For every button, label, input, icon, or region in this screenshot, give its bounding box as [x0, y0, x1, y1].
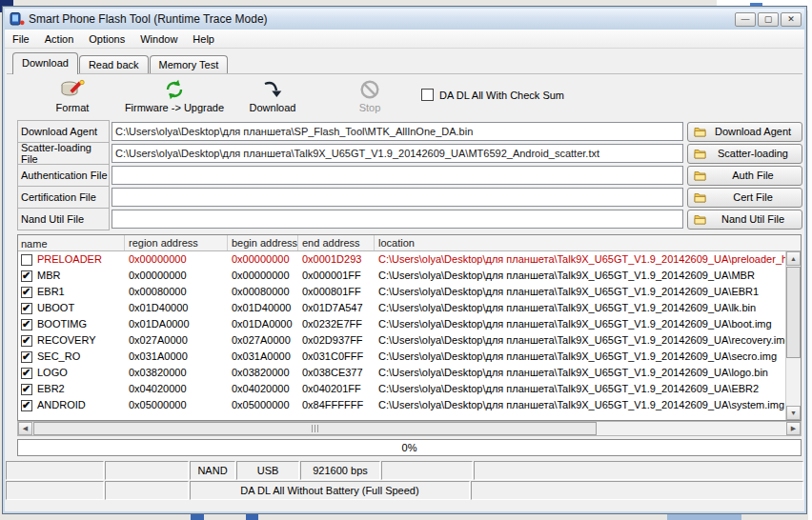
status-bar: NAND USB 921600 bps	[6, 461, 803, 480]
header-location[interactable]: location	[375, 235, 801, 250]
table-row[interactable]: RECOVERY 0x027A0000 0x027A0000 0x02D937F…	[18, 332, 785, 349]
progress-percent: 0%	[402, 442, 417, 453]
auth-file-browse-button[interactable]: Auth File	[687, 166, 802, 186]
tab-strip: Download Read back Memory Test	[12, 52, 229, 74]
header-end-address[interactable]: end address	[298, 235, 375, 250]
table-row[interactable]: EBR1 0x00080000 0x00080000 0x000801FF C:…	[18, 284, 785, 300]
header-region-address[interactable]: region address	[125, 235, 228, 250]
begin-address: 0x01DA0000	[228, 316, 298, 332]
bottom-cell-empty	[105, 481, 189, 500]
file-location: C:\Users\olya\Desktop\для планшета\Talk9…	[375, 365, 785, 381]
begin-address: 0x031A0000	[228, 349, 298, 365]
table-row[interactable]: LOGO 0x03820000 0x03820000 0x038CE377 C:…	[18, 365, 785, 381]
begin-address: 0x00000000	[228, 268, 298, 284]
table-row[interactable]: BOOTIMG 0x01DA0000 0x01DA0000 0x0232E7FF…	[18, 316, 785, 332]
stop-button[interactable]: Stop	[336, 78, 403, 113]
row-checkbox[interactable]	[21, 351, 32, 363]
menu-window[interactable]: Window	[132, 30, 185, 48]
firmware-upgrade-button[interactable]: Firmware -> Upgrade	[112, 78, 237, 113]
vertical-scrollbar-thumb[interactable]	[786, 267, 801, 358]
auth-file-label: Authentication File	[17, 164, 110, 187]
download-button[interactable]: Download	[233, 78, 312, 113]
app-window: Smart Phone Flash Tool (Runtime Trace Mo…	[2, 6, 807, 514]
row-checkbox[interactable]	[21, 254, 32, 266]
menu-options[interactable]: Options	[81, 30, 132, 48]
folder-icon	[694, 127, 706, 137]
download-agent-input[interactable]	[112, 122, 683, 141]
close-button[interactable]: ✕	[781, 12, 802, 27]
titlebar: Smart Phone Flash Tool (Runtime Trace Mo…	[5, 9, 804, 30]
scroll-up-icon[interactable]: ▲	[786, 251, 801, 266]
begin-address: 0x01D40000	[228, 300, 298, 316]
header-name[interactable]: name	[18, 235, 125, 250]
partition-name: LOGO	[37, 365, 68, 381]
auth-file-row: Authentication File Auth File	[17, 164, 802, 187]
scroll-right-icon[interactable]: ▶	[786, 422, 801, 435]
stop-label: Stop	[336, 102, 403, 113]
nand-util-browse-button[interactable]: Nand Util File	[687, 210, 802, 230]
bottom-bar: DA DL All Without Battery (Full Speed)	[6, 481, 803, 500]
bottom-cell-empty	[6, 481, 104, 500]
da-dl-checksum-checkbox[interactable]	[421, 89, 434, 101]
scroll-left-icon[interactable]: ◀	[18, 422, 32, 435]
table-row[interactable]: UBOOT 0x01D40000 0x01D40000 0x01D7A547 C…	[18, 300, 785, 316]
table-row[interactable]: MBR 0x00000000 0x00000000 0x000001FF C:\…	[18, 268, 785, 284]
table-row[interactable]: SEC_RO 0x031A0000 0x031A0000 0x031C0FFF …	[18, 349, 785, 365]
scatter-file-browse-button[interactable]: Scatter-loading	[687, 144, 802, 164]
end-address: 0x0001D293	[298, 251, 375, 268]
end-address: 0x000801FF	[298, 284, 375, 300]
row-checkbox[interactable]	[21, 384, 32, 395]
row-checkbox[interactable]	[21, 319, 32, 330]
row-checkbox[interactable]	[21, 303, 32, 314]
nand-util-browse-label: Nand Util File	[710, 213, 802, 225]
menu-action[interactable]: Action	[37, 30, 82, 48]
auth-file-input[interactable]	[112, 166, 683, 185]
region-address: 0x00080000	[125, 284, 228, 300]
download-agent-row: Download Agent Download Agent	[17, 120, 802, 143]
stop-icon	[336, 78, 403, 101]
partition-table: name region address begin address end ad…	[17, 234, 802, 421]
table-row[interactable]: EBR2 0x04020000 0x04020000 0x040201FF C:…	[18, 381, 785, 397]
table-row[interactable]: ANDROID 0x05000000 0x05000000 0x84FFFFFF…	[18, 397, 785, 413]
row-checkbox[interactable]	[21, 287, 32, 298]
horizontal-scrollbar[interactable]: ◀ ▶	[17, 421, 802, 436]
minimize-button[interactable]: —	[735, 12, 756, 27]
end-address: 0x031C0FFF	[298, 349, 375, 365]
menu-file[interactable]: File	[5, 30, 37, 48]
scrollbar-grip-icon	[312, 425, 319, 432]
header-begin-address[interactable]: begin address	[228, 235, 298, 250]
row-checkbox[interactable]	[21, 400, 32, 411]
menu-help[interactable]: Help	[185, 30, 222, 48]
tab-read-back[interactable]: Read back	[79, 55, 149, 73]
vertical-scrollbar[interactable]: ▲ ▼	[785, 251, 801, 420]
status-baud-rate: 921600 bps	[300, 461, 380, 480]
row-checkbox[interactable]	[21, 368, 32, 379]
end-address: 0x02D937FF	[298, 332, 375, 349]
row-checkbox[interactable]	[21, 270, 32, 282]
auth-file-browse-label: Auth File	[710, 170, 802, 181]
begin-address: 0x03820000	[228, 365, 298, 381]
cert-file-browse-button[interactable]: Cert File	[687, 188, 802, 208]
end-address: 0x038CE377	[298, 365, 375, 381]
scatter-file-input[interactable]	[112, 144, 683, 163]
tab-download[interactable]: Download	[12, 52, 78, 74]
row-checkbox[interactable]	[21, 335, 32, 347]
maximize-button[interactable]: ▢	[758, 12, 779, 27]
scroll-down-icon[interactable]: ▼	[786, 406, 801, 420]
file-location: C:\Users\olya\Desktop\для планшета\Talk9…	[375, 381, 785, 397]
table-row[interactable]: PRELOADER 0x00000000 0x00000000 0x0001D2…	[18, 251, 785, 268]
format-icon	[33, 78, 112, 101]
region-address: 0x01DA0000	[125, 316, 228, 332]
horizontal-scrollbar-thumb[interactable]	[33, 422, 597, 435]
scatter-file-label: Scatter-loading File	[17, 142, 110, 165]
download-agent-browse-button[interactable]: Download Agent	[687, 122, 802, 142]
nand-util-input[interactable]	[112, 210, 683, 229]
partition-name: EBR1	[37, 284, 65, 300]
download-label: Download	[233, 102, 312, 113]
tab-memory-test[interactable]: Memory Test	[150, 55, 229, 73]
table-body: PRELOADER 0x00000000 0x00000000 0x0001D2…	[18, 251, 785, 420]
cert-file-input[interactable]	[112, 188, 683, 207]
end-address: 0x01D7A547	[298, 300, 375, 316]
partition-name: PRELOADER	[37, 251, 102, 268]
format-button[interactable]: Format	[33, 78, 112, 113]
